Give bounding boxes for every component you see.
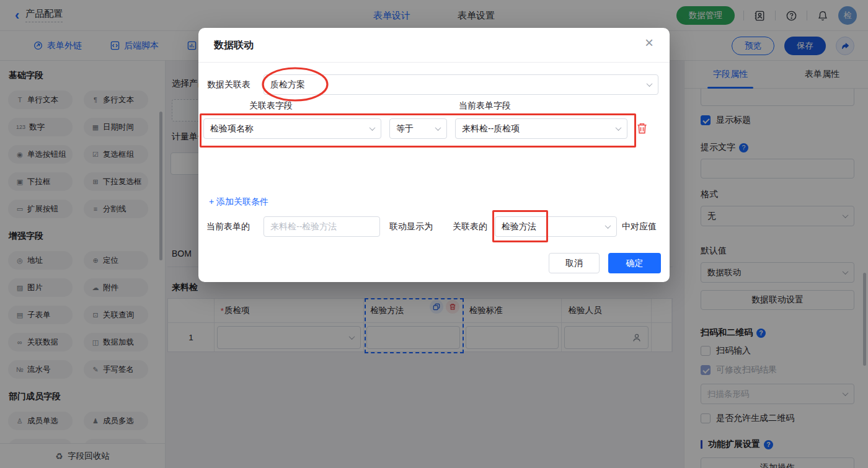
relation-field-select[interactable]: 检验方法 bbox=[495, 216, 617, 237]
chevron-down-icon bbox=[370, 125, 376, 131]
relation-table-label: 数据关联表 bbox=[207, 79, 250, 91]
confirm-button[interactable]: 确定 bbox=[608, 253, 661, 273]
add-condition-link[interactable]: + 添加关联条件 bbox=[209, 196, 268, 208]
delete-condition-button[interactable] bbox=[636, 122, 648, 135]
column-header-left: 关联表字段 bbox=[249, 100, 293, 112]
chevron-down-icon bbox=[616, 125, 622, 131]
condition-form-field-select[interactable]: 来料检--质检项 bbox=[455, 118, 627, 139]
modal-title: 数据联动 bbox=[214, 39, 254, 52]
trash-icon bbox=[636, 122, 648, 135]
form-designer-app: ‹ 产品配置 表单设计 表单设置 数据管理 检 bbox=[0, 0, 868, 468]
current-form-label: 当前表单的 bbox=[206, 221, 250, 232]
current-form-field-input[interactable]: 来料检--检验方法 bbox=[264, 216, 380, 237]
display-as-label: 联动显示为 bbox=[389, 221, 433, 232]
relation-of-label: 关联表的 bbox=[453, 221, 487, 232]
data-linkage-modal: 数据联动 × 数据关联表 质检方案 关联表字段 当前表单字段 检验项名称 等于 … bbox=[198, 28, 670, 282]
condition-field-select[interactable]: 检验项名称 bbox=[203, 118, 381, 139]
relation-table-select[interactable]: 质检方案 bbox=[264, 74, 658, 95]
column-header-right: 当前表单字段 bbox=[459, 100, 511, 112]
divider bbox=[198, 62, 670, 63]
chevron-down-icon bbox=[435, 125, 441, 131]
corresponding-value-label: 中对应值 bbox=[622, 221, 657, 232]
cancel-button[interactable]: 取消 bbox=[549, 253, 600, 273]
chevron-down-icon bbox=[647, 81, 653, 87]
condition-operator-select[interactable]: 等于 bbox=[389, 118, 447, 139]
chevron-down-icon bbox=[605, 223, 611, 229]
close-icon[interactable]: × bbox=[645, 35, 653, 50]
